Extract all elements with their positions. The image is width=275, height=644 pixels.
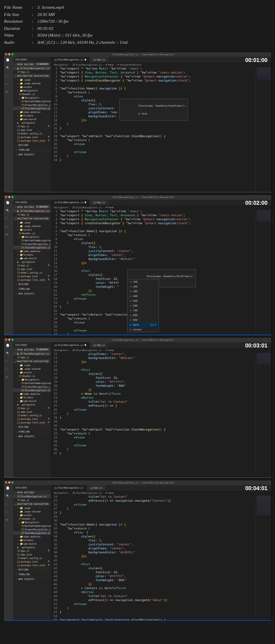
explorer-icon[interactable]: 📄 [6, 58, 11, 63]
tab-stacknav[interactable]: JSStackNavigation.js [51, 200, 90, 205]
sidebar-item-folder[interactable]: ⌄📁Navigators [13, 89, 51, 92]
timeline-section[interactable]: › TIMELINE [13, 147, 51, 152]
sidebar-item-file[interactable]: JSDrawerNavigation.js [13, 385, 51, 388]
tab-app[interactable]: JSApp.js [87, 485, 106, 491]
maximize-icon[interactable] [12, 53, 14, 55]
sidebar-item-file[interactable]: JSHeader.js [13, 92, 51, 96]
timeline-section[interactable]: › TIMELINE [13, 429, 51, 434]
sidebar-item-file[interactable]: JSbabel.config.js [13, 556, 51, 560]
sidebar-item-folder[interactable]: ⌄📁Navigators [13, 520, 51, 524]
close-icon[interactable] [5, 53, 7, 55]
sidebar-item-folder[interactable]: ›📁Screens [13, 396, 51, 399]
suggest-item[interactable]: ▭700 [128, 308, 159, 313]
sidebar-item-file[interactable]: JSHeader.js [13, 374, 51, 378]
open-editors-section[interactable]: ›OPEN EDITORS1 UNSAVED [13, 205, 51, 209]
explorer-icon[interactable]: 📄 [6, 201, 11, 206]
sidebar-item-folder[interactable]: ›📁.expo-shared [13, 510, 51, 513]
minimap[interactable] [256, 352, 271, 477]
source-control-icon[interactable]: ⑂ [6, 74, 11, 79]
timeline-section[interactable]: › TIMELINE [13, 572, 51, 576]
sidebar-item-app[interactable]: JSApp.js [13, 213, 51, 216]
source-control-icon[interactable]: ⑂ [6, 502, 11, 507]
extensions-icon[interactable]: ⊞ [6, 518, 11, 523]
debug-icon[interactable]: ▷ [6, 368, 11, 372]
sidebar-item-file[interactable]: ◆.gitignore [13, 260, 51, 264]
open-editors-section[interactable]: ›OPEN EDITORS1 UNSAVED [13, 62, 51, 66]
suggest-item[interactable]: ▭600 [128, 303, 159, 308]
sidebar-item-folder[interactable]: ›📁assets [13, 85, 51, 89]
code-lines[interactable]: "kw">import * "kw">as React "kw">from 'r… [60, 209, 256, 335]
suggest-item[interactable]: ▭800 [128, 313, 159, 318]
sidebar-item-folder[interactable]: ›📁.expo [13, 363, 51, 367]
sidebar-item-file[interactable]: JSDrawerNavigation.js [13, 242, 51, 246]
open-editors-section[interactable]: ›OPEN EDITORS1 UNSAVED [13, 347, 51, 352]
outline-section[interactable]: › OUTLINE [13, 424, 51, 429]
sidebar-item-folder[interactable]: ›📁node_modules [13, 392, 51, 396]
outline-section[interactable]: › OUTLINE [13, 281, 51, 286]
sidebar-item-file[interactable]: {}package.jsonM [13, 135, 51, 139]
sidebar-item-folder[interactable]: ⌄📁Navigators [13, 96, 51, 99]
debug-icon[interactable]: ▷ [6, 510, 11, 515]
sidebar-item-app[interactable]: JSApp.js [13, 498, 51, 502]
sidebar-item-folder[interactable]: ›📁web-build [13, 542, 51, 545]
sidebar-item-file[interactable]: JSbabel.config.js [13, 132, 51, 135]
sidebar-item-file[interactable]: JSStackNavigation.js1,U [13, 246, 51, 249]
suggest-item[interactable]: ▭400 [128, 294, 159, 299]
npm-section[interactable]: › NPM SCRIPTS [13, 152, 51, 157]
sidebar-item-file[interactable]: {}app.json [13, 553, 51, 556]
search-icon[interactable]: 🔍 [6, 495, 11, 499]
minimap[interactable] [256, 495, 271, 620]
search-icon[interactable]: 🔍 [6, 209, 11, 214]
search-icon[interactable]: 🔍 [6, 66, 11, 71]
sidebar-item-file[interactable]: {}package-lock.jsonM [13, 421, 51, 424]
sidebar-item-file[interactable]: JSStackNavigation.js [13, 531, 51, 535]
suggest-item[interactable]: ▭200 [128, 284, 159, 289]
minimize-icon[interactable] [8, 481, 10, 483]
tab-app[interactable]: JSApp.js [90, 57, 109, 62]
debug-icon[interactable]: ▷ [6, 82, 11, 87]
sidebar-item-folder[interactable]: ›📁assets [13, 513, 51, 517]
sidebar-item-stacknav[interactable]: ●JSStackNavigation.js [13, 352, 51, 355]
minimize-icon[interactable] [8, 339, 10, 341]
sidebar-item-file[interactable]: JSDrawerNavigation.js [13, 528, 51, 531]
suggest-item[interactable]: ▭300 [128, 289, 159, 294]
sidebar-item-app[interactable]: JSApp.js [13, 355, 51, 359]
suggest-item[interactable]: ▭900 [128, 318, 159, 322]
tab-stacknav[interactable]: JSStackNavigation.js [51, 342, 90, 348]
suggest-item[interactable]: ▭boldbold [128, 322, 159, 327]
sidebar-item-folder[interactable]: ›📁Screens [13, 538, 51, 542]
sidebar-item-app[interactable]: JSApp.js [13, 70, 51, 74]
debug-icon[interactable]: ▷ [6, 225, 11, 230]
sidebar-item-folder[interactable]: ›📁.expo-shared [13, 224, 51, 228]
code-lines[interactable]: "kw">import * "kw">as React "kw">from 'r… [60, 67, 256, 192]
sidebar-item-file[interactable]: ◆.gitignore [13, 545, 51, 549]
sidebar-item-folder[interactable]: ›📁.expo [13, 221, 51, 224]
sidebar-item-file[interactable]: JSBottomTabNavigation.js [13, 239, 51, 242]
extensions-icon[interactable]: ⊞ [6, 376, 11, 380]
project-section[interactable]: ⌄REACTNATIVE-NAVIGATION [13, 502, 51, 506]
sidebar-item-stacknav[interactable]: ●JSStackNavigation.js1,U [13, 209, 51, 213]
sidebar-item-folder[interactable]: ⌄📁Navigators [13, 378, 51, 381]
maximize-icon[interactable] [12, 196, 14, 198]
sidebar-item-folder[interactable]: ›📁.expo-shared [13, 367, 51, 370]
maximize-icon[interactable] [12, 481, 14, 483]
sidebar-item-file[interactable]: {}app.json [13, 128, 51, 132]
sidebar-item-file[interactable]: JSApp.jsM [13, 549, 51, 553]
sidebar-item-file[interactable]: JSbabel.config.js [13, 271, 51, 274]
extensions-icon[interactable]: ⊞ [6, 90, 11, 95]
sidebar-item-file[interactable]: JSDrawerNavigation.js [13, 103, 51, 107]
sidebar-item-folder[interactable]: ›📁node_modules [13, 535, 51, 538]
search-icon[interactable]: 🔍 [6, 352, 11, 357]
suggest-item[interactable]: ▭500 [128, 299, 159, 303]
project-section[interactable]: ⌄REACTNATIVE-NAVIGATION [13, 74, 51, 78]
minimap[interactable] [256, 67, 271, 192]
sidebar-item-file[interactable]: {}package-lock.jsonM [13, 563, 51, 567]
code-lines[interactable]: alignItems: "center", backgroundColor: "… [60, 352, 256, 477]
sidebar-item-file[interactable]: ◆.gitignore [13, 403, 51, 406]
intellisense-suggest[interactable]: ▭100▭200▭300▭400▭500▭600▭700▭800▭900▭bol… [127, 279, 159, 332]
explorer-icon[interactable]: 📄 [6, 344, 11, 349]
sidebar-item-file[interactable]: {}package-lock.jsonM [13, 139, 51, 142]
tab-app[interactable]: JSApp.js [90, 342, 109, 348]
timeline-section[interactable]: › TIMELINE [13, 286, 51, 291]
close-icon[interactable] [5, 339, 7, 341]
